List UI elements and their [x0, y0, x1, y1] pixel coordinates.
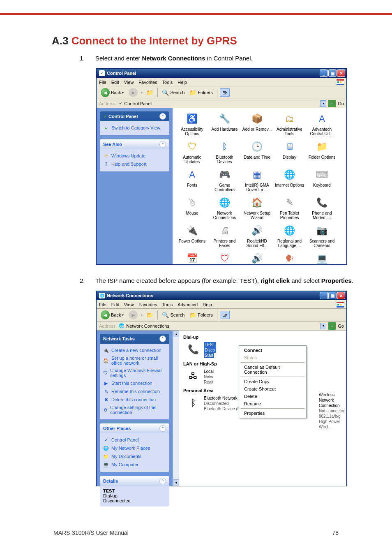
menu-view[interactable]: View: [124, 302, 134, 307]
back-button[interactable]: ◄Back ▾: [99, 87, 125, 98]
ctx-create-shortcut[interactable]: Create Shortcut: [240, 385, 305, 393]
cp-item[interactable]: 🔧Add Hardware: [208, 112, 241, 136]
folders-button[interactable]: 📁Folders: [188, 88, 214, 97]
cp-item[interactable]: 🔌Power Options: [176, 224, 208, 248]
ctx-create-copy[interactable]: Create Copy: [240, 378, 305, 385]
menu-tools[interactable]: Tools: [162, 302, 173, 307]
switch-category-view-link[interactable]: ▸Switch to Category View: [103, 124, 166, 132]
sidebox-head[interactable]: See Also⌃: [100, 139, 169, 149]
menu-favorites[interactable]: Favorites: [138, 302, 157, 307]
cp-item[interactable]: ✎Pen Tablet Properties: [273, 196, 306, 220]
cp-item[interactable]: 🗂Administrative Tools: [273, 112, 306, 136]
cp-item[interactable]: 🖨Printers and Faxes: [208, 224, 241, 248]
scroll-down-button[interactable]: ▾: [173, 479, 179, 486]
cp-item[interactable]: ⌨Keyboard: [306, 168, 338, 192]
cp-item[interactable]: ᛒBluetooth Devices: [208, 140, 241, 164]
forward-button[interactable]: ►: [127, 87, 139, 98]
setup-network-link[interactable]: 🏠Set up a home or small office network: [103, 354, 166, 367]
cp-item[interactable]: 📦Add or Remov...: [241, 112, 273, 136]
sidebox-head[interactable]: Details⌃: [100, 476, 169, 486]
control-panel-link[interactable]: ✓Control Panel: [103, 436, 166, 444]
forward-button[interactable]: ►: [127, 310, 139, 320]
scroll-track[interactable]: [173, 337, 179, 479]
views-button[interactable]: ⊞▾: [220, 88, 230, 97]
sidebox-head[interactable]: ✓Control Panel⌃: [100, 111, 169, 121]
delete-connection-link[interactable]: ✖Delete this connection: [103, 395, 166, 404]
cp-item[interactable]: 🌐Regional and Language ...: [273, 224, 306, 248]
cp-item[interactable]: 🗣Speech: [273, 252, 306, 264]
cp-item[interactable]: 🖥Display: [273, 140, 306, 164]
menu-file[interactable]: File: [99, 302, 106, 307]
ctx-connect[interactable]: Connect: [240, 347, 305, 354]
scroll-up-button[interactable]: ▴: [173, 331, 179, 337]
back-button[interactable]: ◄Back ▾: [99, 310, 125, 320]
change-settings-link[interactable]: ⚙Change settings of this connection: [103, 404, 166, 416]
cp-item[interactable]: 🛡Automatic Updates: [176, 140, 208, 164]
cp-item[interactable]: ♿Accessibility Options: [176, 112, 208, 136]
address-field[interactable]: 🌐 Network Connections: [117, 322, 317, 330]
address-field[interactable]: ✓ Control Panel: [117, 100, 317, 107]
folders-button[interactable]: 📁Folders: [188, 311, 214, 319]
cp-item[interactable]: 🎮Game Controllers: [208, 168, 241, 192]
close-button[interactable]: ✕: [337, 69, 345, 77]
menu-favorites[interactable]: Favorites: [138, 80, 157, 85]
sidebox-head[interactable]: Network Tasks⌃: [100, 334, 169, 344]
ctx-cancel-default[interactable]: Cancel as Default Connection: [240, 363, 305, 376]
cp-item[interactable]: AAdvantech Central Util...: [306, 112, 338, 136]
cp-item[interactable]: 🕒Date and Time: [241, 140, 273, 164]
my-documents-link[interactable]: 📁My Documents: [103, 452, 166, 460]
create-connection-link[interactable]: 🔌Create a new connection: [103, 346, 166, 354]
search-button[interactable]: 🔍Search: [160, 88, 186, 97]
cp-item[interactable]: 📁Folder Options: [306, 140, 338, 164]
menu-edit[interactable]: Edit: [111, 80, 119, 85]
start-connection-link[interactable]: ▶Start this connection: [103, 379, 166, 387]
titlebar[interactable]: ✓ Control Panel _ ▣ ✕: [97, 69, 346, 78]
cp-item[interactable]: AFonts: [176, 168, 208, 192]
cp-item[interactable]: 📷Scanners and Cameras: [306, 224, 338, 248]
cp-item[interactable]: 🔊RealtekHD Sound Eff...: [241, 224, 273, 248]
menu-view[interactable]: View: [124, 80, 134, 85]
maximize-button[interactable]: ▣: [328, 292, 337, 299]
cp-item[interactable]: 📞Phone and Modem ...: [306, 196, 338, 220]
search-button[interactable]: 🔍Search: [160, 311, 186, 319]
titlebar[interactable]: 🌐 Network Connections _ ▣ ✕: [97, 291, 346, 300]
cp-item[interactable]: 📅Scheduled Tasks: [176, 252, 208, 264]
maximize-button[interactable]: ▣: [328, 69, 337, 77]
firewall-settings-link[interactable]: 🛡Change Windows Firewall settings: [103, 367, 166, 379]
cp-item[interactable]: ▦Intel(R) GMA Driver for ...: [241, 168, 273, 192]
minimize-button[interactable]: _: [320, 69, 328, 77]
rename-connection-link[interactable]: ✎Rename this connection: [103, 387, 166, 395]
menu-tools[interactable]: Tools: [162, 80, 173, 85]
windows-update-link[interactable]: ⟳Windows Update: [103, 152, 166, 160]
sidebar-scrollbar[interactable]: ▴ ▾: [173, 331, 179, 486]
address-dropdown[interactable]: ▾: [320, 323, 326, 329]
go-button[interactable]: →: [328, 100, 336, 107]
ctx-rename[interactable]: Rename: [240, 400, 305, 407]
menu-edit[interactable]: Edit: [111, 302, 119, 307]
menu-advanced[interactable]: Advanced: [178, 302, 198, 307]
cp-item[interactable]: 💻System: [306, 252, 338, 264]
minimize-button[interactable]: _: [320, 292, 328, 299]
my-computer-link[interactable]: 💻My Computer: [103, 460, 166, 469]
address-dropdown[interactable]: ▾: [320, 100, 326, 107]
connection-wireless[interactable]: Wireless Network Connection Not connecte…: [319, 392, 346, 430]
sidebox-head[interactable]: Other Places⌃: [100, 423, 169, 433]
close-button[interactable]: ✕: [337, 292, 345, 299]
menu-help[interactable]: Help: [178, 80, 187, 85]
views-button[interactable]: ⊞▾: [220, 311, 230, 319]
cp-item[interactable]: 🔊Sounds and Audio Devices: [241, 252, 273, 264]
ctx-properties[interactable]: Properties: [240, 409, 305, 417]
ctx-delete[interactable]: Delete: [240, 393, 305, 400]
cp-item[interactable]: 🛡Security Center: [208, 252, 241, 264]
menu-help[interactable]: Help: [203, 302, 212, 307]
cp-item[interactable]: 🌐Network Connections: [208, 196, 241, 220]
up-button[interactable]: 📁: [144, 310, 155, 319]
cp-item[interactable]: 🌐Internet Options: [273, 168, 306, 192]
cp-item[interactable]: 🖱Mouse: [176, 196, 208, 220]
cp-item[interactable]: 🏠Network Setup Wizard: [241, 196, 273, 220]
network-places-link[interactable]: 🌐My Network Places: [103, 444, 166, 452]
menu-file[interactable]: File: [99, 80, 106, 85]
up-button[interactable]: 📁: [144, 88, 155, 97]
go-button[interactable]: →: [328, 322, 336, 330]
help-support-link[interactable]: ?Help and Support: [103, 160, 166, 168]
